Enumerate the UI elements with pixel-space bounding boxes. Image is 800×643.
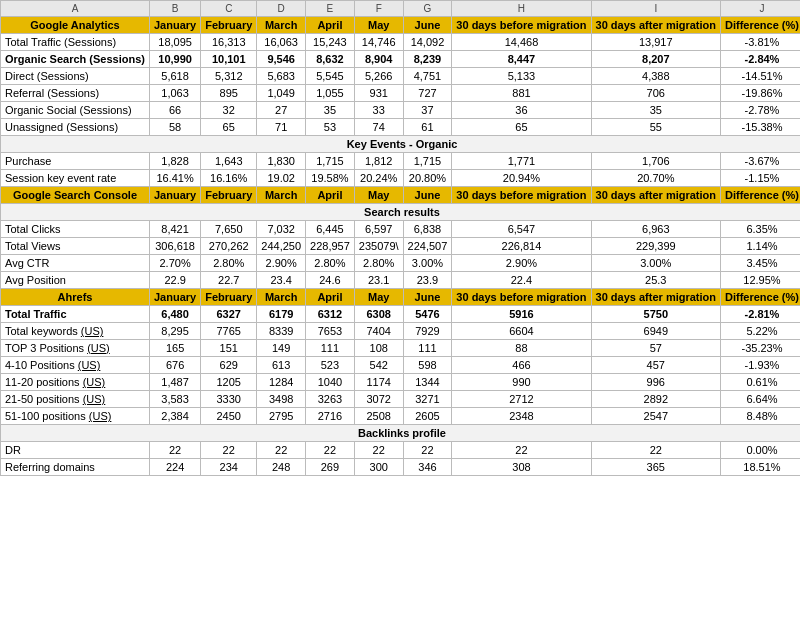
cell: 32 bbox=[201, 102, 257, 119]
gsc-may: May bbox=[354, 187, 403, 204]
row-label: Purchase bbox=[1, 153, 150, 170]
col-letter-i: I bbox=[591, 1, 720, 17]
cell: 149 bbox=[257, 340, 306, 357]
cell: 16,313 bbox=[201, 34, 257, 51]
cell: 3263 bbox=[306, 391, 355, 408]
cell: 3.00% bbox=[403, 255, 452, 272]
cell: 224,507 bbox=[403, 238, 452, 255]
ga-may: May bbox=[354, 17, 403, 34]
row-label: 4-10 Positions (US) bbox=[1, 357, 150, 374]
cell: 706 bbox=[591, 85, 720, 102]
cell: 0.61% bbox=[721, 374, 801, 391]
cell: 1,771 bbox=[452, 153, 591, 170]
cell: 8339 bbox=[257, 323, 306, 340]
cell: 8,632 bbox=[306, 51, 355, 68]
row-label: Organic Search (Sessions) bbox=[1, 51, 150, 68]
cell: 10,990 bbox=[150, 51, 201, 68]
cell: 55 bbox=[591, 119, 720, 136]
cell: 7,650 bbox=[201, 221, 257, 238]
cell: 2,384 bbox=[150, 408, 201, 425]
gsc-30after: 30 days after migration bbox=[591, 187, 720, 204]
cell: 22 bbox=[150, 442, 201, 459]
col-letter-b: B bbox=[150, 1, 201, 17]
cell: 6949 bbox=[591, 323, 720, 340]
ga-jun: June bbox=[403, 17, 452, 34]
cell: 1,063 bbox=[150, 85, 201, 102]
cell: 6312 bbox=[306, 306, 355, 323]
cell: 23.1 bbox=[354, 272, 403, 289]
table-row: Total keywords (US) 8,295 7765 8339 7653… bbox=[1, 323, 801, 340]
table-row: Total Traffic (Sessions) 18,095 16,313 1… bbox=[1, 34, 801, 51]
cell: 14,746 bbox=[354, 34, 403, 51]
cell: 2.90% bbox=[452, 255, 591, 272]
row-label: DR bbox=[1, 442, 150, 459]
cell: 7653 bbox=[306, 323, 355, 340]
backlinks-header: Backlinks profile bbox=[1, 425, 801, 442]
cell: 4,388 bbox=[591, 68, 720, 85]
cell: 676 bbox=[150, 357, 201, 374]
col-letter-c: C bbox=[201, 1, 257, 17]
cell: -14.51% bbox=[721, 68, 801, 85]
ahrefs-jan: January bbox=[150, 289, 201, 306]
row-label: Total Views bbox=[1, 238, 150, 255]
table-row: Session key event rate 16.41% 16.16% 19.… bbox=[1, 170, 801, 187]
cell: 8,447 bbox=[452, 51, 591, 68]
cell: 37 bbox=[403, 102, 452, 119]
ahrefs-feb: February bbox=[201, 289, 257, 306]
cell: 5750 bbox=[591, 306, 720, 323]
table-row: Organic Search (Sessions) 10,990 10,101 … bbox=[1, 51, 801, 68]
cell: 18,095 bbox=[150, 34, 201, 51]
cell: 22 bbox=[403, 442, 452, 459]
table-row: Total Clicks 8,421 7,650 7,032 6,445 6,5… bbox=[1, 221, 801, 238]
table-row: Referral (Sessions) 1,063 895 1,049 1,05… bbox=[1, 85, 801, 102]
cell: 66 bbox=[150, 102, 201, 119]
ahrefs-header: Ahrefs January February March April May … bbox=[1, 289, 801, 306]
cell: 24.6 bbox=[306, 272, 355, 289]
cell: 8,421 bbox=[150, 221, 201, 238]
cell: 235079\ bbox=[354, 238, 403, 255]
ahrefs-30before: 30 days before migration bbox=[452, 289, 591, 306]
cell: 6,445 bbox=[306, 221, 355, 238]
cell: 1,828 bbox=[150, 153, 201, 170]
cell: 365 bbox=[591, 459, 720, 476]
cell: -3.81% bbox=[721, 34, 801, 51]
gsc-diff: Difference (%) bbox=[721, 187, 801, 204]
cell: -2.81% bbox=[721, 306, 801, 323]
cell: 229,399 bbox=[591, 238, 720, 255]
cell: 53 bbox=[306, 119, 355, 136]
cell: -1.93% bbox=[721, 357, 801, 374]
cell: 2450 bbox=[201, 408, 257, 425]
cell: 6327 bbox=[201, 306, 257, 323]
cell: 1,055 bbox=[306, 85, 355, 102]
cell: 14,092 bbox=[403, 34, 452, 51]
gsc-jun: June bbox=[403, 187, 452, 204]
cell: 16.16% bbox=[201, 170, 257, 187]
cell: 13,917 bbox=[591, 34, 720, 51]
cell: 466 bbox=[452, 357, 591, 374]
cell: 308 bbox=[452, 459, 591, 476]
cell: 523 bbox=[306, 357, 355, 374]
cell: 1174 bbox=[354, 374, 403, 391]
ahrefs-diff: Difference (%) bbox=[721, 289, 801, 306]
cell: -15.38% bbox=[721, 119, 801, 136]
ga-jan: January bbox=[150, 17, 201, 34]
cell: 35 bbox=[591, 102, 720, 119]
cell: 5476 bbox=[403, 306, 452, 323]
ahrefs-jun: June bbox=[403, 289, 452, 306]
cell: 22.9 bbox=[150, 272, 201, 289]
col-letter-j: J bbox=[721, 1, 801, 17]
cell: 8,207 bbox=[591, 51, 720, 68]
backlinks-label: Backlinks profile bbox=[1, 425, 801, 442]
cell: 2795 bbox=[257, 408, 306, 425]
col-letter-g: G bbox=[403, 1, 452, 17]
letter-header-row: A B C D E F G H I J bbox=[1, 1, 801, 17]
cell: 6,963 bbox=[591, 221, 720, 238]
search-results-label: Search results bbox=[1, 204, 801, 221]
gsc-mar: March bbox=[257, 187, 306, 204]
cell: 74 bbox=[354, 119, 403, 136]
gsc-apr: April bbox=[306, 187, 355, 204]
cell: 1,487 bbox=[150, 374, 201, 391]
table-row: Referring domains 224 234 248 269 300 34… bbox=[1, 459, 801, 476]
cell: 5916 bbox=[452, 306, 591, 323]
row-label: Total Traffic bbox=[1, 306, 150, 323]
